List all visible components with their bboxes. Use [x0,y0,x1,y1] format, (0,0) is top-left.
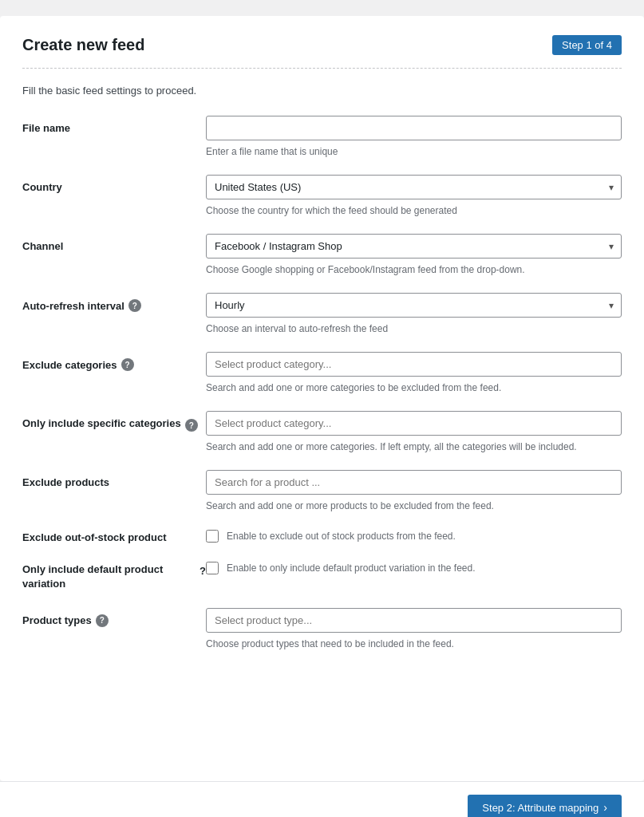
auto-refresh-label-wrap: Auto-refresh interval ? [22,293,206,312]
page-title: Create new feed [22,36,144,54]
product-types-input[interactable] [206,608,622,633]
include-categories-label-wrap: Only include specific categories ? [22,411,206,432]
exclude-categories-hint: Search and add one or more categories to… [206,381,622,395]
product-types-label: Product types [22,614,92,626]
include-categories-hint: Search and add one or more categories. I… [206,440,622,454]
exclude-out-of-stock-row: Exclude out-of-stock product Enable to e… [22,529,622,545]
country-hint: Choose the country for which the feed sh… [206,203,622,218]
auto-refresh-select[interactable]: Hourly Daily Weekly Never [206,293,622,318]
default-variation-help-icon[interactable]: ? [200,564,206,578]
exclude-out-of-stock-label: Exclude out-of-stock product [22,529,206,545]
default-variation-hint: Enable to only include default product v… [227,561,476,575]
exclude-categories-label: Exclude categories [22,359,117,371]
step-badge: Step 1 of 4 [552,35,622,55]
exclude-products-control: Search and add one or more products to b… [206,470,622,513]
auto-refresh-help-icon[interactable]: ? [128,299,141,312]
include-categories-input[interactable] [206,411,622,436]
include-categories-label: Only include specific categories [22,417,181,429]
default-variation-label: Only include default product variation [22,562,196,591]
next-step-label: Step 2: Attribute mapping [482,802,599,814]
include-categories-control: Search and add one or more categories. I… [206,411,622,454]
next-step-button[interactable]: Step 2: Attribute mapping › [468,795,622,817]
country-select[interactable]: United States (US) United Kingdom (UK) C… [206,175,622,199]
exclude-products-input[interactable] [206,470,622,495]
exclude-out-of-stock-control: Enable to exclude out of stock products … [206,529,622,543]
channel-select-wrap: Facebook / Instagram Shop Google Shoppin… [206,234,622,259]
product-types-label-wrap: Product types ? [22,608,206,627]
header-divider [22,68,622,69]
product-types-help-icon[interactable]: ? [96,614,109,627]
country-select-wrap: United States (US) United Kingdom (UK) C… [206,175,622,199]
country-control: United States (US) United Kingdom (UK) C… [206,175,622,218]
file-name-hint: Enter a file name that is unique [206,144,622,159]
product-types-control: Choose product types that need to be inc… [206,608,622,651]
include-categories-row: Only include specific categories ? Searc… [22,411,622,454]
auto-refresh-control: Hourly Daily Weekly Never ▾ Choose an in… [206,293,622,336]
country-row: Country United States (US) United Kingdo… [22,175,622,218]
default-variation-row: Only include default product variation ?… [22,561,622,591]
channel-label: Channel [22,234,206,252]
exclude-out-of-stock-hint: Enable to exclude out of stock products … [227,529,456,543]
default-variation-label-wrap: Only include default product variation ? [22,561,206,591]
product-types-hint: Choose product types that need to be inc… [206,637,622,651]
next-arrow-icon: › [603,801,607,814]
file-name-row: File name Enter a file name that is uniq… [22,116,622,159]
auto-refresh-select-wrap: Hourly Daily Weekly Never ▾ [206,293,622,318]
channel-control: Facebook / Instagram Shop Google Shoppin… [206,234,622,277]
auto-refresh-hint: Choose an interval to auto-refresh the f… [206,322,622,336]
default-variation-control: Enable to only include default product v… [206,561,622,575]
default-variation-checkbox[interactable] [206,562,219,574]
file-name-label: File name [22,116,206,134]
exclude-products-hint: Search and add one or more products to b… [206,499,622,513]
auto-refresh-label: Auto-refresh interval [22,300,124,312]
exclude-products-label: Exclude products [22,470,206,488]
exclude-products-row: Exclude products Search and add one or m… [22,470,622,513]
exclude-out-of-stock-checkbox[interactable] [206,530,219,543]
product-types-row: Product types ? Choose product types tha… [22,608,622,651]
exclude-categories-help-icon[interactable]: ? [121,358,134,371]
channel-select[interactable]: Facebook / Instagram Shop Google Shoppin… [206,234,622,259]
exclude-categories-label-wrap: Exclude categories ? [22,352,206,371]
subtitle: Fill the basic feed settings to proceed. [22,85,622,97]
footer-bar: Step 2: Attribute mapping › [0,781,644,817]
exclude-categories-control: Search and add one or more categories to… [206,352,622,395]
file-name-control: Enter a file name that is unique [206,116,622,159]
channel-row: Channel Facebook / Instagram Shop Google… [22,234,622,277]
include-categories-help-icon[interactable]: ? [185,419,198,432]
exclude-categories-row: Exclude categories ? Search and add one … [22,352,622,395]
file-name-input[interactable] [206,116,622,140]
exclude-categories-input[interactable] [206,352,622,377]
channel-hint: Choose Google shopping or Facebook/Insta… [206,262,622,277]
country-label: Country [22,175,206,193]
auto-refresh-row: Auto-refresh interval ? Hourly Daily Wee… [22,293,622,336]
